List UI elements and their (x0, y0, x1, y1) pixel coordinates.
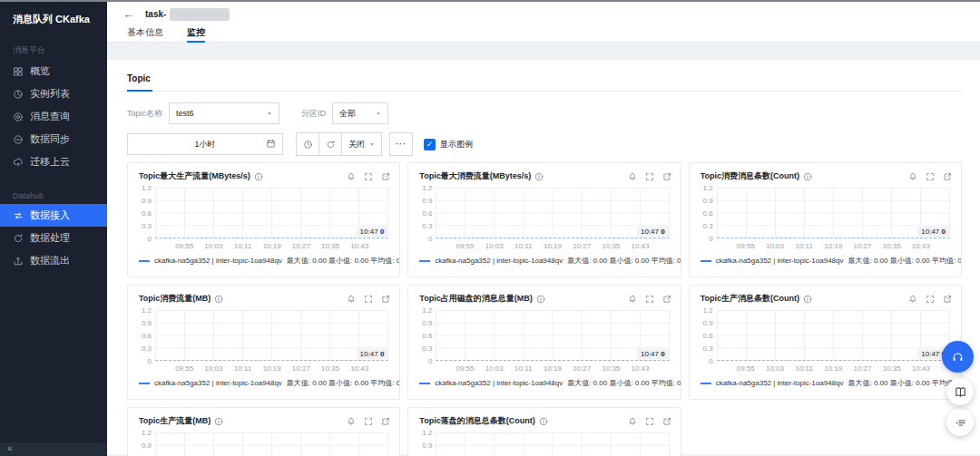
show-legend-checkbox[interactable]: ✓ 显示图例 (424, 139, 473, 150)
tab-topic[interactable]: Topic (127, 73, 152, 92)
y-axis: 1.2 0.9 0.6 0.3 0 (695, 310, 717, 361)
sidebar-item-data-in[interactable]: 数据接入 (0, 204, 107, 227)
info-icon[interactable] (534, 172, 544, 181)
auto-refresh-select[interactable]: 关闭 ▼ (341, 132, 382, 156)
cursor-time: 10:47 (641, 350, 659, 358)
fullscreen-icon[interactable] (645, 417, 654, 426)
export-icon[interactable] (943, 295, 952, 304)
sidebar-item-data-sync[interactable]: 数据同步 (0, 128, 107, 150)
info-icon[interactable] (214, 295, 223, 304)
series-stats: 最大值: 0.00 最小值: 0.00 平均值: 0.00 (287, 378, 399, 388)
more-button[interactable]: ··· (389, 132, 413, 156)
time-range-input[interactable]: 1小时 (127, 133, 283, 155)
chart-legend-item[interactable]: ckafka-na5ga352 | inter-topic-1oa948qv 最… (128, 251, 399, 266)
info-icon[interactable] (214, 417, 223, 426)
cursor-value-label: 10:47 0 (357, 349, 388, 359)
sidebar: 消息队列 CKafka 消息平台 概览 实例列表 消息查询 数据同步 迁移上云 … (0, 2, 107, 456)
y-tick-label: 0.9 (422, 441, 432, 450)
x-axis: 09:55 10:03 10:11 10:19 10:27 10:35 10:4… (436, 240, 669, 251)
fullscreen-icon[interactable] (645, 172, 654, 181)
sidebar-item-overview[interactable]: 概览 (0, 60, 107, 82)
sidebar-item-message-query[interactable]: 消息查询 (0, 105, 107, 128)
page-title: task- (145, 9, 166, 19)
chart-legend-item[interactable]: ckafka-na5ga352 | inter-topic-1oa948qv 最… (128, 374, 399, 388)
export-icon[interactable] (381, 172, 390, 181)
chevron-down-icon: ▼ (369, 142, 375, 147)
export-icon[interactable] (662, 417, 671, 426)
chart-legend-item[interactable]: ckafka-na5ga352 | inter-topic-1oa948qv 最… (408, 251, 680, 266)
instances-icon (13, 89, 24, 100)
chart-legend-item[interactable]: ckafka-na5ga352 | inter-topic-1oa948qv 最… (690, 374, 961, 388)
chart-plot: 1.2 0.9 0.6 0.3 0 10:47 0 (408, 185, 680, 238)
feedback-button[interactable] (946, 409, 974, 436)
back-button[interactable]: ← (122, 7, 134, 21)
export-icon[interactable] (381, 417, 390, 426)
fullscreen-icon[interactable] (364, 172, 373, 181)
alarm-bell-icon[interactable] (347, 417, 356, 426)
x-tick-label: 10:35 (883, 364, 901, 373)
info-icon[interactable] (803, 172, 812, 181)
chart-card: Topic消费流量(MB) 1.2 0.9 0.6 (127, 285, 400, 400)
alarm-bell-icon[interactable] (908, 295, 917, 304)
fullscreen-icon[interactable] (926, 172, 935, 181)
sidebar-item-label: 迁移上云 (30, 155, 70, 169)
fullscreen-icon[interactable] (645, 295, 654, 304)
fullscreen-icon[interactable] (364, 295, 373, 304)
chart-card: Topic最大消费流量(MBytes/s) 1.2 0.9 0.6 (407, 162, 681, 277)
page-header: ← task- (107, 2, 980, 26)
chart-title: Topic占用磁盘的消息总量(MB) (419, 293, 532, 305)
info-icon[interactable] (803, 295, 812, 304)
cursor-value-label: 10:47 0 (357, 227, 388, 237)
cursor-value: 0 (661, 228, 664, 236)
fullscreen-icon[interactable] (364, 417, 373, 426)
sidebar-item-label: 数据流出 (30, 254, 70, 267)
series-name: ckafka-na5ga352 | inter-topic-1oa948qv (154, 379, 282, 387)
fullscreen-icon[interactable] (926, 295, 935, 304)
y-tick-label: 0 (148, 235, 152, 243)
x-tick-label: 10:27 (853, 242, 871, 250)
info-icon[interactable] (536, 295, 545, 304)
refresh-button[interactable] (318, 132, 342, 156)
export-icon[interactable] (662, 172, 671, 181)
y-tick-label: 0.6 (422, 332, 432, 340)
series-stats: 最大值: 0.00 最小值: 0.00 平均值: 0.00 (848, 256, 962, 266)
y-tick-label: 0.3 (703, 344, 713, 353)
alarm-bell-icon[interactable] (628, 295, 637, 304)
topic-select[interactable]: test6 ▼ (169, 102, 279, 124)
info-icon[interactable] (539, 417, 548, 426)
tab-monitoring[interactable]: 监控 (187, 26, 205, 43)
x-axis: 09:55 10:03 10:11 10:19 10:27 10:35 10:4… (155, 363, 388, 374)
export-icon[interactable] (662, 295, 671, 304)
export-icon[interactable] (943, 172, 952, 181)
y-tick-label: 0.9 (422, 319, 432, 327)
time-settings-button[interactable] (296, 132, 319, 156)
docs-button[interactable] (946, 378, 974, 405)
x-tick-label: 10:35 (602, 364, 620, 373)
cursor-value: 0 (942, 228, 946, 236)
alarm-bell-icon[interactable] (628, 172, 637, 181)
sidebar-item-label: 实例列表 (30, 87, 70, 101)
app-title: 消息队列 CKafka (0, 2, 107, 26)
alarm-bell-icon[interactable] (347, 295, 356, 304)
alarm-bell-icon[interactable] (628, 417, 637, 426)
y-tick-label: 0.3 (142, 222, 152, 230)
partition-select[interactable]: 全部 ▼ (332, 102, 388, 124)
y-tick-label: 0 (709, 235, 712, 243)
sidebar-item-migrate-to-cloud[interactable]: 迁移上云 (0, 150, 107, 173)
x-tick-label: 10:43 (350, 364, 368, 373)
info-icon[interactable] (254, 172, 263, 181)
sidebar-item-data-out[interactable]: 数据流出 (0, 249, 107, 272)
x-tick-label: 10:03 (204, 364, 222, 373)
sidebar-collapse-icon[interactable]: « (7, 443, 13, 453)
chart-legend-item[interactable]: ckafka-na5ga352 | inter-topic-1oa948qv 最… (690, 251, 961, 266)
y-tick-label: 0.9 (703, 319, 713, 327)
sidebar-item-data-process[interactable]: 数据处理 (0, 227, 107, 249)
alarm-bell-icon[interactable] (908, 172, 917, 181)
export-icon[interactable] (381, 295, 390, 304)
help-button[interactable] (942, 341, 974, 373)
sidebar-item-instance-list[interactable]: 实例列表 (0, 82, 107, 105)
chart-legend-item[interactable]: ckafka-na5ga352 | inter-topic-1oa948qv 最… (408, 374, 680, 388)
alarm-bell-icon[interactable] (347, 172, 356, 181)
tab-basic-info[interactable]: 基本信息 (127, 26, 163, 42)
y-tick-label: 1.2 (142, 306, 152, 315)
